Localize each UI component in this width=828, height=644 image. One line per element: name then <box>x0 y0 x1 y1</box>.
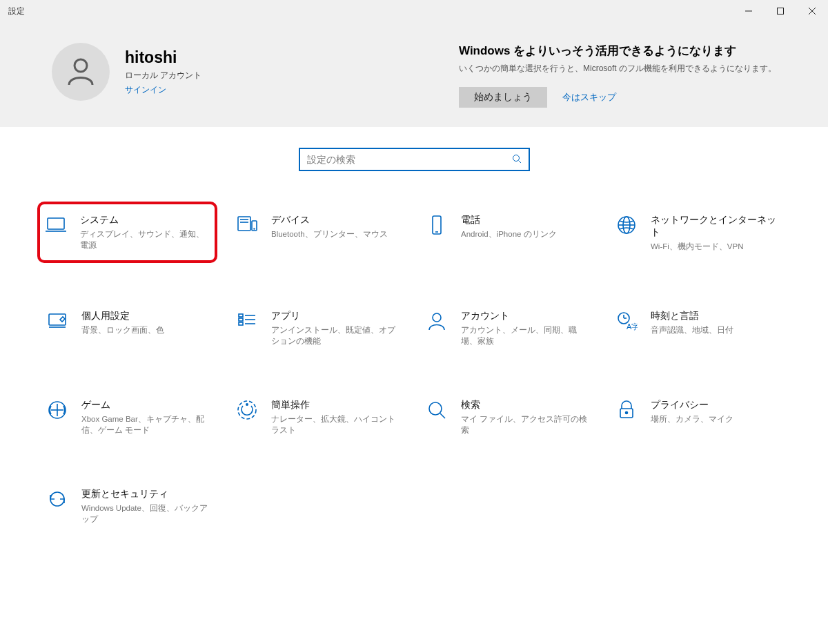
category-subtitle: Windows Update、回復、バックアップ <box>81 503 213 525</box>
promo-start-button[interactable]: 始めましょう <box>459 87 547 108</box>
personalize-icon <box>46 310 69 347</box>
promo-title: Windows をよりいっそう活用できるようになります <box>459 43 776 59</box>
avatar <box>52 43 110 101</box>
window-title: 設定 <box>8 6 25 17</box>
category-title: 検索 <box>461 399 593 411</box>
category-tile-account[interactable]: アカウントアカウント、メール、同期、職場、家族 <box>421 304 597 352</box>
svg-point-5 <box>513 155 519 161</box>
svg-line-6 <box>518 160 521 163</box>
close-button[interactable] <box>796 0 828 22</box>
category-subtitle: Xbox Game Bar、キャプチャ、配信、ゲーム モード <box>81 414 213 436</box>
category-subtitle: アカウント、メール、同期、職場、家族 <box>461 325 593 347</box>
category-tile-globe[interactable]: ネットワークとインターネットWi-Fi、機内モード、VPN <box>611 208 787 263</box>
promo-skip-link[interactable]: 今はスキップ <box>562 91 616 104</box>
search-icon <box>512 154 522 166</box>
category-tile-accessibility[interactable]: 簡単操作ナレーター、拡大鏡、ハイコントラスト <box>231 393 407 441</box>
promo-subtitle: いくつかの簡単な選択を行うと、Microsoft のフル機能を利用できるようにな… <box>459 63 776 75</box>
window-controls <box>733 0 828 22</box>
minimize-button[interactable] <box>733 0 765 22</box>
search-box[interactable] <box>299 148 530 171</box>
category-title: ゲーム <box>81 399 213 411</box>
signin-link[interactable]: サインイン <box>125 84 201 96</box>
phone-icon <box>425 214 448 257</box>
category-title: アプリ <box>271 310 403 322</box>
search-wrap <box>0 127 828 181</box>
category-subtitle: アンインストール、既定値、オプションの機能 <box>271 325 403 347</box>
globe-icon <box>615 214 638 257</box>
category-subtitle: 背景、ロック画面、色 <box>81 325 164 336</box>
category-title: 個人用設定 <box>81 310 164 322</box>
category-tile-update[interactable]: 更新とセキュリティWindows Update、回復、バックアップ <box>41 482 217 530</box>
account-icon <box>425 310 448 347</box>
category-title: 時刻と言語 <box>651 310 733 322</box>
search-input[interactable] <box>307 154 512 165</box>
time-lang-icon <box>615 310 638 347</box>
profile-block: hitoshi ローカル アカウント サインイン <box>52 43 201 101</box>
svg-rect-1 <box>778 8 784 14</box>
category-tile-game[interactable]: ゲームXbox Game Bar、キャプチャ、配信、ゲーム モード <box>41 393 217 441</box>
category-subtitle: Android、iPhone のリンク <box>461 229 557 240</box>
category-subtitle: 場所、カメラ、マイク <box>651 414 733 425</box>
category-title: アカウント <box>461 310 593 322</box>
update-icon <box>46 488 69 525</box>
maximize-button[interactable] <box>765 0 796 22</box>
category-title: 簡単操作 <box>271 399 403 411</box>
category-tile-search[interactable]: 検索マイ ファイル、アクセス許可の検索 <box>421 393 597 441</box>
game-icon <box>46 399 69 436</box>
category-title: デバイス <box>271 214 388 226</box>
titlebar: 設定 <box>0 0 828 22</box>
accessibility-icon <box>235 399 259 436</box>
category-title: システム <box>80 214 208 226</box>
devices-icon <box>235 214 259 257</box>
profile-account-type: ローカル アカウント <box>125 70 201 81</box>
category-subtitle: マイ ファイル、アクセス許可の検索 <box>461 414 593 436</box>
categories-grid: システムディスプレイ、サウンド、通知、電源デバイスBluetooth、プリンター… <box>41 208 787 530</box>
category-title: プライバシー <box>651 399 733 411</box>
category-title: ネットワークとインターネット <box>651 214 782 239</box>
apps-icon <box>235 310 259 347</box>
category-subtitle: Bluetooth、プリンター、マウス <box>271 229 388 240</box>
category-subtitle: Wi-Fi、機内モード、VPN <box>651 242 782 253</box>
search-icon <box>425 399 448 436</box>
category-tile-privacy[interactable]: プライバシー場所、カメラ、マイク <box>611 393 787 441</box>
category-title: 更新とセキュリティ <box>81 488 213 500</box>
category-tile-laptop[interactable]: システムディスプレイ、サウンド、通知、電源 <box>37 202 217 263</box>
privacy-icon <box>615 399 638 436</box>
laptop-icon <box>44 214 68 251</box>
category-tile-apps[interactable]: アプリアンインストール、既定値、オプションの機能 <box>231 304 407 352</box>
header: hitoshi ローカル アカウント サインイン Windows をよりいっそう… <box>0 22 828 127</box>
category-tile-devices[interactable]: デバイスBluetooth、プリンター、マウス <box>231 208 407 263</box>
category-tile-phone[interactable]: 電話Android、iPhone のリンク <box>421 208 597 263</box>
category-title: 電話 <box>461 214 557 226</box>
promo-block: Windows をよりいっそう活用できるようになります いくつかの簡単な選択を行… <box>459 43 776 108</box>
category-subtitle: 音声認識、地域、日付 <box>651 325 733 336</box>
category-tile-personalize[interactable]: 個人用設定背景、ロック画面、色 <box>41 304 217 352</box>
svg-point-4 <box>75 59 87 72</box>
category-subtitle: ナレーター、拡大鏡、ハイコントラスト <box>271 414 403 436</box>
profile-name: hitoshi <box>125 48 201 67</box>
category-subtitle: ディスプレイ、サウンド、通知、電源 <box>80 229 208 251</box>
category-tile-time-lang[interactable]: 時刻と言語音声認識、地域、日付 <box>611 304 787 352</box>
